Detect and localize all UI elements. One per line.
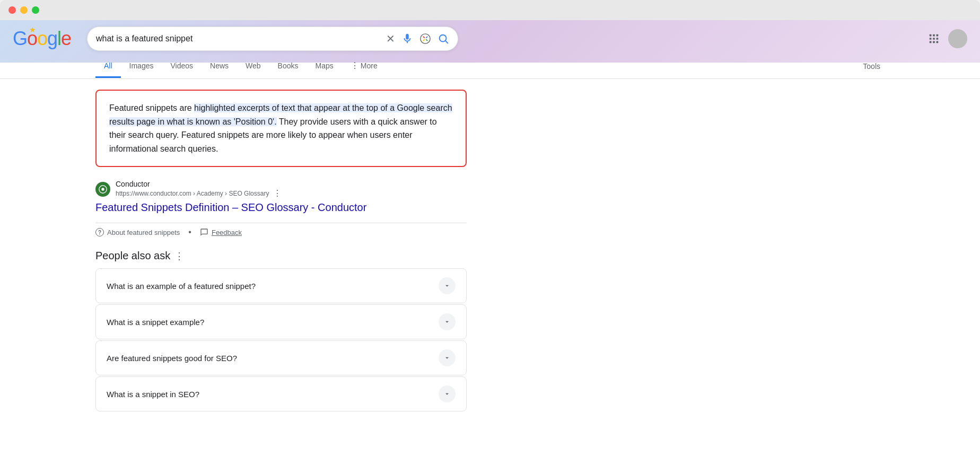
tab-all[interactable]: All	[95, 55, 121, 78]
header-right	[928, 29, 967, 48]
paa-question-2: What is a snippet example?	[107, 318, 204, 327]
logo-star-decoration: o	[27, 28, 37, 50]
tab-web[interactable]: Web	[237, 55, 269, 78]
source-options-icon[interactable]: ⋮	[273, 188, 282, 198]
paa-chevron-1	[439, 277, 456, 294]
site-icon-inner	[98, 185, 108, 194]
result-title[interactable]: Featured Snippets Definition – SEO Gloss…	[95, 201, 366, 213]
svg-rect-3	[930, 34, 932, 37]
traffic-light-minimize[interactable]	[20, 6, 28, 14]
tab-maps[interactable]: Maps	[307, 55, 342, 78]
google-page: Google what is a featured snippet ✕	[0, 20, 980, 465]
paa-chevron-3	[439, 349, 456, 366]
tab-news[interactable]: News	[202, 55, 237, 78]
main-content: Featured snippets are highlighted excerp…	[0, 79, 477, 423]
tools-tab[interactable]: Tools	[859, 56, 885, 77]
search-icon	[438, 33, 449, 45]
source-info: Conductor https://www.conductor.com › Ac…	[116, 180, 282, 198]
apps-icon	[928, 33, 940, 45]
paa-item-2[interactable]: What is a snippet example?	[95, 304, 467, 339]
tab-books[interactable]: Books	[269, 55, 307, 78]
snippet-text-before: Featured snippets are	[109, 103, 194, 112]
apps-button[interactable]	[928, 33, 940, 45]
microphone-icon	[401, 33, 413, 45]
logo-letter-g2: g	[47, 28, 57, 50]
source-url-row: https://www.conductor.com › Academy › SE…	[116, 188, 282, 198]
paa-item-4[interactable]: What is a snippet in SEO?	[95, 376, 467, 411]
paa-question-3: Are featured snippets good for SEO?	[107, 354, 237, 363]
window-chrome	[0, 0, 980, 20]
svg-rect-9	[930, 41, 932, 43]
logo-letter-l: l	[57, 28, 61, 50]
traffic-light-close[interactable]	[8, 6, 16, 14]
lens-button[interactable]	[419, 33, 431, 45]
svg-rect-7	[933, 38, 935, 40]
result-source: Conductor https://www.conductor.com › Ac…	[95, 180, 467, 198]
svg-rect-8	[937, 38, 939, 40]
search-result: Conductor https://www.conductor.com › Ac…	[95, 180, 467, 214]
nav-tabs: All Images Videos News Web Books Maps ⋮	[0, 54, 980, 79]
svg-line-2	[445, 41, 448, 43]
paa-question-1: What is an example of a featured snippet…	[107, 282, 256, 291]
voice-search-button[interactable]	[401, 33, 413, 45]
x-icon: ✕	[386, 32, 395, 45]
search-bar[interactable]: what is a featured snippet ✕	[87, 27, 458, 51]
logo-letter-o1: o	[27, 28, 37, 49]
more-dots-icon: ⋮	[351, 60, 359, 71]
logo-letter-e: e	[61, 28, 71, 50]
source-name: Conductor	[116, 180, 282, 188]
tab-more[interactable]: ⋮ More	[342, 54, 386, 78]
tab-videos[interactable]: Videos	[162, 55, 202, 78]
search-icons: ✕	[386, 32, 449, 45]
chevron-down-icon	[443, 282, 451, 289]
google-logo[interactable]: Google	[13, 28, 71, 50]
logo-text: Google	[13, 28, 71, 50]
clear-button[interactable]: ✕	[386, 32, 395, 45]
conductor-logo-icon	[98, 185, 108, 194]
lens-icon	[419, 33, 431, 45]
svg-point-0	[421, 34, 430, 43]
about-featured-snippets-link[interactable]: ? About featured snippets	[95, 228, 180, 236]
header: Google what is a featured snippet ✕	[0, 20, 980, 51]
search-input[interactable]: what is a featured snippet	[96, 34, 386, 43]
chevron-down-icon	[443, 390, 451, 398]
feedback-icon	[200, 228, 208, 236]
logo-letter-g: G	[13, 28, 27, 50]
source-url: https://www.conductor.com › Academy › SE…	[116, 190, 269, 197]
search-button[interactable]	[438, 33, 449, 45]
logo-letter-o2: o	[37, 28, 47, 50]
site-icon	[95, 182, 110, 197]
chevron-down-icon	[443, 318, 451, 326]
avatar[interactable]	[948, 29, 967, 48]
svg-point-13	[101, 188, 104, 190]
about-snippets-bar: ? About featured snippets • Feedback	[95, 223, 467, 245]
header-wrapper: Google what is a featured snippet ✕	[0, 20, 980, 79]
svg-rect-10	[933, 41, 935, 43]
feedback-link[interactable]: Feedback	[200, 228, 242, 236]
about-link-label: About featured snippets	[107, 229, 180, 236]
paa-title: People also ask	[95, 250, 170, 262]
svg-rect-5	[937, 34, 939, 37]
paa-chevron-2	[439, 313, 456, 330]
paa-question-4: What is a snippet in SEO?	[107, 390, 199, 399]
svg-rect-6	[930, 38, 932, 40]
paa-item-3[interactable]: Are featured snippets good for SEO?	[95, 340, 467, 375]
snippet-text: Featured snippets are highlighted excerp…	[109, 101, 453, 155]
svg-rect-4	[933, 34, 935, 37]
tab-images[interactable]: Images	[121, 55, 162, 78]
traffic-light-fullscreen[interactable]	[32, 6, 39, 14]
paa-options-icon[interactable]: ⋮	[174, 250, 184, 262]
people-also-ask-section: People also ask ⋮ What is an example of …	[95, 250, 467, 411]
feedback-label: Feedback	[212, 229, 242, 236]
chevron-down-icon	[443, 354, 451, 362]
info-icon: ?	[95, 228, 104, 236]
paa-chevron-4	[439, 385, 456, 402]
paa-item-1[interactable]: What is an example of a featured snippet…	[95, 268, 467, 303]
paa-header: People also ask ⋮	[95, 250, 467, 262]
featured-snippet-box: Featured snippets are highlighted excerp…	[95, 90, 467, 167]
svg-rect-11	[937, 41, 939, 43]
dot-separator: •	[188, 227, 191, 237]
